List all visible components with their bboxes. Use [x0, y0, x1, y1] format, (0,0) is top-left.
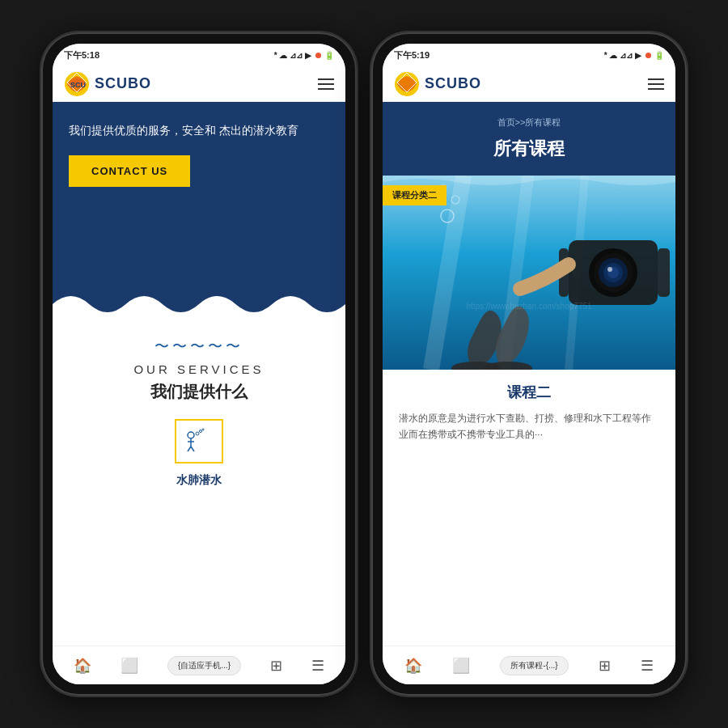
bottom-nav-right: 🏠 ⬜ 所有课程-{...} ⊞ ☰ [383, 645, 675, 684]
services-section: 〜〜〜〜〜 OUR SERVICES 我们提供什么 [53, 320, 345, 504]
status-dot-right [645, 53, 651, 58]
wave-svg [53, 280, 345, 320]
svg-line-7 [191, 447, 194, 451]
svg-point-9 [200, 430, 202, 432]
status-dot-left [315, 53, 321, 58]
left-scrollable: 我们提供优质的服务，安全和 杰出的潜水教育 CONTACT US 〜〜〜〜〜 O… [53, 102, 345, 684]
services-squiggle: 〜〜〜〜〜 [69, 336, 329, 356]
status-bar-left: 下午5:18 * ☁ ⊿⊿ ▶ 🔋 [53, 44, 345, 66]
left-phone: 下午5:18 * ☁ ⊿⊿ ▶ 🔋 SC [41, 32, 357, 696]
status-time-right: 下午5:19 [394, 49, 430, 61]
dive-icon-area [69, 419, 329, 463]
status-time-left: 下午5:18 [64, 49, 99, 61]
hero-text: 我们提供优质的服务，安全和 杰出的潜水教育 [69, 121, 329, 139]
scubo-logo-icon-left: SCU [64, 71, 90, 97]
course-card: 课程分类二 [383, 176, 675, 450]
grid-btn-left[interactable]: ⊞ [270, 657, 282, 675]
scubo-logo-icon-right [394, 71, 420, 97]
nav-bar-right: SCUBO [383, 66, 675, 102]
menu-btn-right[interactable]: ☰ [641, 657, 654, 675]
status-icons-left: * ☁ ⊿⊿ ▶ 🔋 [274, 51, 334, 60]
svg-point-24 [607, 267, 612, 272]
svg-line-6 [188, 447, 191, 451]
home-btn-right[interactable]: 🏠 [404, 657, 422, 675]
center-btn-left[interactable]: {自适应手机...} [167, 656, 241, 675]
svg-point-3 [188, 432, 194, 438]
phone-screen-left: 下午5:18 * ☁ ⊿⊿ ▶ 🔋 SC [53, 44, 345, 684]
logo-right: SCUBO [394, 71, 481, 97]
center-btn-right[interactable]: 所有课程-{...} [500, 656, 568, 675]
right-phone: 下午5:19 * ☁ ⊿⊿ ▶ 🔋 SCUBO [371, 32, 687, 696]
services-title-en: OUR SERVICES [69, 362, 329, 376]
pages-btn-left[interactable]: ⬜ [121, 657, 138, 675]
course-info: 课程二 潜水的原意是为进行水下查勘、打捞、修理和水下工程等作业而在携带或不携带专… [383, 370, 675, 450]
services-title-zh: 我们提供什么 [69, 381, 329, 403]
wave-divider [53, 280, 345, 320]
right-scrollable: 首页>>所有课程 所有课程 课程分类二 [383, 102, 675, 684]
diver-icon [180, 425, 218, 458]
dive-label: 水肺潜水 [69, 473, 329, 488]
grid-btn-right[interactable]: ⊞ [599, 657, 611, 675]
logo-text-right: SCUBO [425, 75, 481, 92]
breadcrumb: 首页>>所有课程 [383, 110, 675, 133]
svg-rect-25 [658, 248, 670, 297]
dive-icon-box [175, 419, 223, 463]
hero-section: 我们提供优质的服务，安全和 杰出的潜水教育 CONTACT US [53, 102, 345, 280]
course-title: 课程二 [399, 383, 659, 402]
menu-btn-left[interactable]: ☰ [311, 657, 324, 675]
page-header-right: 首页>>所有课程 所有课程 [383, 102, 675, 176]
hamburger-menu-left[interactable] [318, 78, 334, 90]
bottom-nav-left: 🏠 ⬜ {自适应手机...} ⊞ ☰ [53, 645, 345, 684]
course-description: 潜水的原意是为进行水下查勘、打捞、修理和水下工程等作业而在携带或不携带专业工具的… [399, 410, 659, 443]
home-btn-left[interactable]: 🏠 [74, 657, 91, 675]
svg-text:SCU: SCU [70, 81, 86, 89]
course-tag: 课程分类二 [383, 185, 447, 205]
status-icons-right: * ☁ ⊿⊿ ▶ 🔋 [604, 51, 664, 60]
nav-bar-left: SCU SCUBO [53, 66, 345, 102]
status-bar-right: 下午5:19 * ☁ ⊿⊿ ▶ 🔋 [383, 44, 675, 66]
contact-us-button[interactable]: CONTACT US [69, 155, 190, 187]
page-title: 所有课程 [383, 133, 675, 161]
course-image: 课程分类二 [383, 176, 675, 370]
svg-point-8 [196, 432, 199, 435]
pages-btn-right[interactable]: ⬜ [452, 657, 470, 675]
phone-screen-right: 下午5:19 * ☁ ⊿⊿ ▶ 🔋 SCUBO [383, 44, 675, 684]
logo-left: SCU SCUBO [64, 71, 151, 97]
svg-point-10 [202, 429, 204, 430]
hamburger-menu-right[interactable] [648, 78, 664, 90]
logo-text-left: SCUBO [95, 75, 151, 92]
